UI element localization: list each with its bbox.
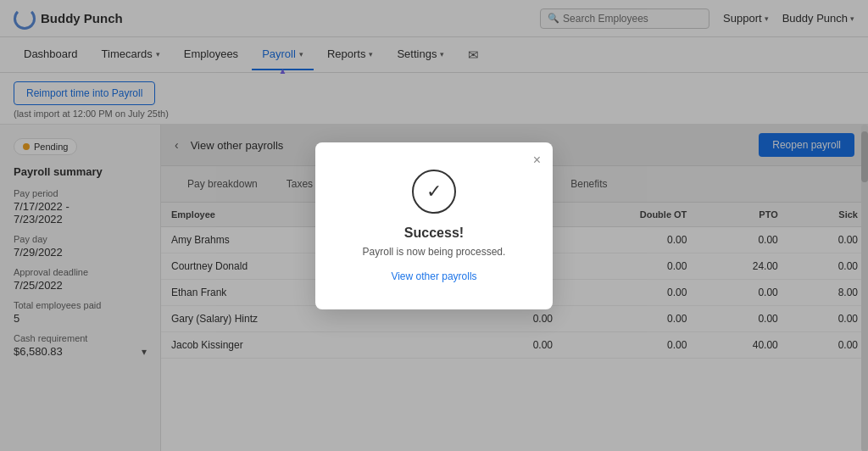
modal-close-button[interactable]: × [533,153,541,168]
checkmark-icon: ✓ [426,181,442,203]
view-other-payrolls-link[interactable]: View other payrolls [391,270,476,282]
success-modal: × ✓ Success! Payroll is now being proces… [315,142,553,309]
success-circle-icon: ✓ [412,170,456,214]
modal-subtitle: Payroll is now being processed. [349,246,519,258]
modal-title: Success! [349,226,519,241]
modal-overlay: × ✓ Success! Payroll is now being proces… [0,0,868,451]
